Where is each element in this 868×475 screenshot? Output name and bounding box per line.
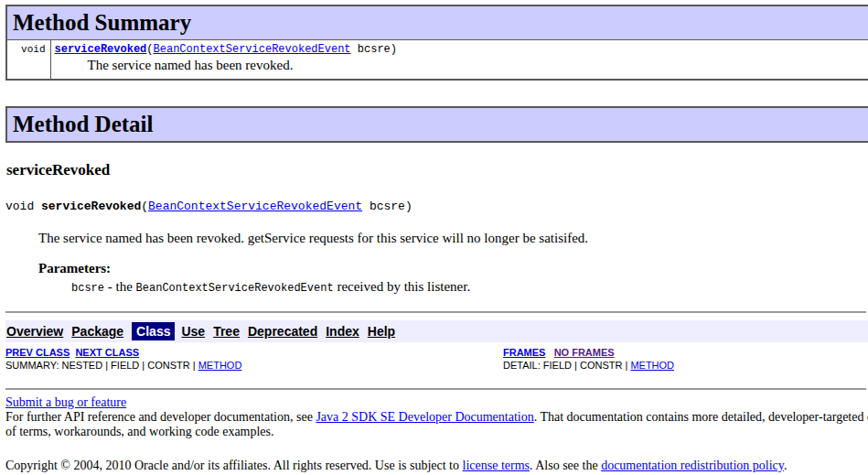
- param-rest: received by this listener.: [334, 279, 471, 294]
- method-signature-detail: void serviceRevoked(BeanContextServiceRe…: [5, 200, 868, 213]
- detail-links-line: DETAIL: FIELD | CONSTR | METHOD: [503, 359, 674, 372]
- copyright-middle: . Also see the: [530, 459, 601, 472]
- no-frames-link[interactable]: NO FRAMES: [554, 347, 615, 358]
- detail-method-link[interactable]: METHOD: [630, 360, 674, 371]
- api-text-after: . That documentation contains more detai…: [534, 410, 868, 424]
- table-row: void serviceRevoked(BeanContextServiceRe…: [6, 40, 868, 81]
- detail-prefix: DETAIL: FIELD | CONSTR |: [503, 360, 630, 371]
- copyright-line: Copyright © 2004, 2010 Oracle and/or its…: [5, 459, 868, 473]
- summary-prefix: SUMMARY: NESTED | FIELD | CONSTR |: [5, 360, 198, 371]
- method-detail-title: Method Detail: [6, 107, 868, 142]
- nav-class-selected: Class: [132, 322, 175, 340]
- redistribution-policy-link[interactable]: documentation redistribution policy: [601, 459, 784, 472]
- return-keyword: void: [5, 200, 41, 213]
- nav-deprecated[interactable]: Deprecated: [248, 324, 317, 339]
- paren-open: (: [146, 43, 153, 56]
- service-revoked-link[interactable]: serviceRevoked: [55, 43, 147, 56]
- param-name: bcsre: [71, 282, 104, 295]
- method-summary-table: Method Summary void serviceRevoked(BeanC…: [5, 5, 868, 81]
- nav-index[interactable]: Index: [326, 324, 359, 339]
- method-detail-table: Method Detail: [5, 106, 868, 143]
- method-detail-description: The service named has been revoked. getS…: [38, 231, 868, 246]
- paren-open: (: [141, 200, 148, 213]
- nav-overview[interactable]: Overview: [6, 324, 63, 339]
- footer: Submit a bug or feature For further API …: [5, 395, 868, 473]
- frames-line: FRAMES NO FRAMES: [503, 346, 674, 359]
- param-type-link[interactable]: BeanContextServiceRevokedEvent: [148, 200, 362, 213]
- prev-class-link[interactable]: PREV CLASS: [5, 347, 70, 358]
- summary-links-line: SUMMARY: NESTED | FIELD | CONSTR | METHO…: [5, 359, 503, 372]
- nav-use[interactable]: Use: [181, 324, 205, 339]
- nav-help[interactable]: Help: [368, 324, 395, 339]
- method-signature-summary: serviceRevoked(BeanContextServiceRevoked…: [55, 43, 868, 56]
- api-reference-wrap-line: of terms, workarounds, and working code …: [5, 425, 868, 439]
- method-summary-header-row: Method Summary: [6, 5, 868, 40]
- copyright-text: Copyright © 2004, 2010 Oracle and/or its…: [5, 459, 463, 472]
- method-detail-header-row: Method Detail: [6, 107, 868, 142]
- paren-close: bcsre): [362, 200, 413, 213]
- method-summary-description: The service named has been revoked.: [55, 58, 868, 73]
- nav-package[interactable]: Package: [71, 324, 123, 339]
- nav-tree[interactable]: Tree: [213, 324, 240, 339]
- divider: [5, 388, 866, 390]
- frames-link[interactable]: FRAMES: [503, 347, 545, 358]
- parameters-label: Parameters:: [38, 261, 868, 276]
- copyright-period: .: [784, 459, 788, 472]
- sub-navigation: PREV CLASS NEXT CLASS SUMMARY: NESTED | …: [5, 346, 868, 372]
- submit-bug-line: Submit a bug or feature: [5, 395, 868, 410]
- method-cell: serviceRevoked(BeanContextServiceRevoked…: [50, 40, 868, 81]
- paren-close: bcsre): [351, 43, 397, 56]
- divider: [5, 311, 866, 313]
- next-class-link[interactable]: NEXT CLASS: [75, 347, 139, 358]
- method-heading: serviceRevoked: [6, 161, 868, 179]
- javadoc-page: Method Summary void serviceRevoked(BeanC…: [0, 0, 868, 473]
- subnav-right: FRAMES NO FRAMES DETAIL: FIELD | CONSTR …: [503, 346, 674, 372]
- method-name-text: serviceRevoked: [41, 200, 141, 213]
- spacer: [545, 347, 553, 358]
- api-reference-line: For further API reference and developer …: [5, 410, 868, 425]
- param-type-link[interactable]: BeanContextServiceRevokedEvent: [154, 43, 351, 56]
- return-type-cell: void: [6, 40, 50, 81]
- param-type-text: BeanContextServiceRevokedEvent: [136, 282, 334, 295]
- submit-bug-link[interactable]: Submit a bug or feature: [5, 395, 126, 409]
- summary-method-link[interactable]: METHOD: [198, 360, 242, 371]
- param-separator: - the: [104, 279, 136, 294]
- prev-next-line: PREV CLASS NEXT CLASS: [5, 346, 503, 359]
- license-terms-link[interactable]: license terms: [463, 459, 530, 472]
- method-summary-title: Method Summary: [6, 5, 868, 40]
- navigation-bar: OverviewPackageClassUseTreeDeprecatedInd…: [5, 320, 868, 342]
- parameter-description: bcsre - the BeanContextServiceRevokedEve…: [71, 279, 868, 295]
- developer-documentation-link[interactable]: Java 2 SDK SE Developer Documentation: [316, 410, 533, 424]
- subnav-left: PREV CLASS NEXT CLASS SUMMARY: NESTED | …: [5, 346, 503, 372]
- api-text-before: For further API reference and developer …: [5, 410, 316, 424]
